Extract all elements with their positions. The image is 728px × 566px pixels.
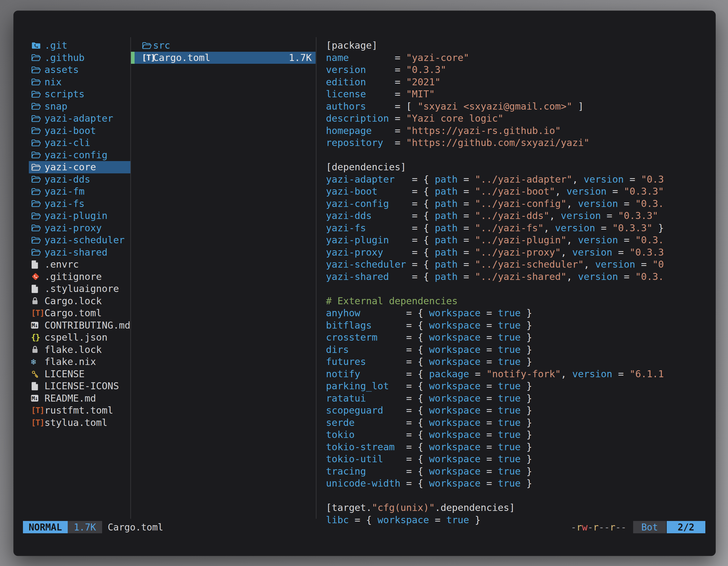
preview-line — [326, 283, 666, 295]
folder-open-icon — [31, 102, 44, 111]
file-icon — [31, 260, 44, 269]
preview-line: anyhow = { workspace = true } — [326, 307, 666, 319]
preview-line: notify = { package = "notify-fork", vers… — [326, 368, 666, 380]
parent-item-snap[interactable]: snap — [29, 100, 130, 113]
parent-item-rustfmt.toml[interactable]: [T]rustfmt.toml — [29, 404, 130, 417]
item-size: 1.7K — [289, 52, 312, 64]
preview-line: yazi-fs = { path = "../yazi-fs", version… — [326, 222, 666, 234]
mode-badge: NORMAL — [23, 521, 68, 533]
parent-item-flake.nix[interactable]: ❄flake.nix — [29, 356, 130, 368]
parent-item-yazi-config[interactable]: yazi-config — [29, 149, 130, 161]
folder-open-icon — [31, 53, 44, 62]
item-label: assets — [44, 64, 79, 76]
current-item-cargo.toml[interactable]: [T]Cargo.toml1.7K — [131, 52, 316, 64]
parent-item-yazi-fm[interactable]: yazi-fm — [29, 186, 130, 198]
parent-item-nix[interactable]: nix — [29, 76, 130, 88]
preview-line: crossterm = { workspace = true } — [326, 331, 666, 344]
pane-divider-right — [316, 37, 316, 519]
parent-item-yazi-core[interactable]: yazi-core — [29, 161, 130, 173]
item-label: yazi-dds — [44, 173, 90, 186]
preview-line: bitflags = { workspace = true } — [326, 319, 666, 332]
folder-open-icon — [31, 151, 44, 159]
file-icon — [31, 284, 44, 293]
preview-line — [326, 490, 666, 502]
parent-item-stylua.toml[interactable]: [T]stylua.toml — [29, 417, 130, 429]
parent-item-.styluaignore[interactable]: .styluaignore — [29, 283, 130, 295]
toml-icon: [T] — [31, 417, 44, 429]
preview-line: yazi-dds = { path = "../yazi-dds", versi… — [326, 210, 666, 222]
preview-line: yazi-shared = { path = "../yazi-shared",… — [326, 271, 666, 283]
item-label: yazi-shared — [44, 247, 107, 259]
folder-open-icon — [142, 41, 153, 50]
item-label: flake.lock — [44, 344, 102, 356]
parent-item-yazi-scheduler[interactable]: yazi-scheduler — [29, 234, 130, 247]
pane-divider-left — [130, 37, 131, 519]
item-label: yazi-cli — [44, 137, 90, 149]
item-label: yazi-adapter — [44, 112, 113, 125]
parent-item-cargo.lock[interactable]: Cargo.lock — [29, 295, 130, 307]
item-label: .styluaignore — [44, 283, 119, 295]
folder-open-icon — [31, 163, 44, 172]
cursor-counter-badge: 2/2 — [667, 521, 705, 533]
item-label: yazi-fs — [44, 198, 84, 210]
preview-line: ratatui = { workspace = true } — [326, 392, 666, 405]
preview-line: [target."cfg(unix)".dependencies] — [326, 502, 666, 514]
parent-item-cspell.json[interactable]: {}cspell.json — [29, 331, 130, 344]
folder-open-icon — [31, 187, 44, 196]
markdown-icon: M↓ — [31, 395, 44, 401]
item-label: yazi-fm — [44, 186, 84, 198]
parent-item-.gitignore[interactable]: .gitignore — [29, 271, 130, 283]
preview-line: authors = [ "sxyazi <sxyazi@gmail.com>" … — [326, 100, 666, 113]
preview-line: tokio-stream = { workspace = true } — [326, 441, 666, 453]
item-label: src — [153, 39, 170, 52]
status-bar-right: -rw-r--r-- Bot 2/2 — [571, 521, 705, 533]
parent-item-assets[interactable]: assets — [29, 64, 130, 76]
parent-item-yazi-dds[interactable]: yazi-dds — [29, 173, 130, 186]
preview-line: [package] — [326, 39, 666, 52]
preview-line — [326, 149, 666, 161]
item-label: .envrc — [44, 259, 79, 271]
preview-line: description = "Yazi core logic" — [326, 112, 666, 125]
parent-item-readme.md[interactable]: M↓README.md — [29, 392, 130, 405]
parent-item-yazi-adapter[interactable]: yazi-adapter — [29, 112, 130, 125]
file-preview-pane[interactable]: [package]name = "yazi-core"version = "0.… — [326, 39, 666, 526]
folder-open-icon — [31, 139, 44, 147]
preview-line: tracing = { workspace = true } — [326, 465, 666, 478]
item-label: LICENSE — [44, 368, 84, 380]
braces-icon: {} — [31, 331, 44, 344]
item-label: .git — [44, 39, 67, 52]
parent-item-license-icons[interactable]: LICENSE-ICONS — [29, 380, 130, 392]
parent-item-yazi-proxy[interactable]: yazi-proxy — [29, 222, 130, 234]
parent-item-yazi-fs[interactable]: yazi-fs — [29, 198, 130, 210]
item-label: flake.nix — [44, 356, 96, 368]
status-filename: Cargo.toml — [108, 522, 163, 533]
parent-item-contributing.md[interactable]: M↓CONTRIBUTING.md — [29, 319, 130, 332]
item-label: nix — [44, 76, 62, 88]
item-label: stylua.toml — [44, 417, 107, 429]
folder-open-icon — [31, 126, 44, 135]
preview-line: yazi-adapter = { path = "../yazi-adapter… — [326, 173, 666, 186]
parent-item-.github[interactable]: .github — [29, 52, 130, 64]
parent-item-license[interactable]: LICENSE — [29, 368, 130, 380]
current-directory-pane: src[T]Cargo.toml1.7K — [131, 39, 316, 64]
item-label: Cargo.lock — [44, 295, 102, 307]
preview-line: tokio-util = { workspace = true } — [326, 453, 666, 465]
parent-item-.envrc[interactable]: .envrc — [29, 259, 130, 271]
item-label: .github — [44, 52, 84, 64]
current-item-src[interactable]: src — [131, 39, 316, 52]
preview-line: name = "yazi-core" — [326, 52, 666, 64]
parent-item-cargo.toml[interactable]: [T]Cargo.toml — [29, 307, 130, 319]
parent-item-yazi-plugin[interactable]: yazi-plugin — [29, 210, 130, 222]
preview-line: yazi-boot = { path = "../yazi-boot", ver… — [326, 186, 666, 198]
scroll-position-badge: Bot — [633, 521, 666, 533]
parent-item-scripts[interactable]: scripts — [29, 88, 130, 100]
parent-item-yazi-cli[interactable]: yazi-cli — [29, 137, 130, 149]
preview-line: serde = { workspace = true } — [326, 417, 666, 429]
item-label: .gitignore — [44, 271, 102, 283]
yazi-terminal-window: .git.githubassetsnixscriptssnapyazi-adap… — [13, 11, 716, 556]
parent-item-yazi-boot[interactable]: yazi-boot — [29, 125, 130, 137]
folder-open-icon — [31, 175, 44, 184]
parent-item-yazi-shared[interactable]: yazi-shared — [29, 247, 130, 259]
parent-item-flake.lock[interactable]: flake.lock — [29, 344, 130, 356]
parent-item-.git[interactable]: .git — [29, 39, 130, 52]
